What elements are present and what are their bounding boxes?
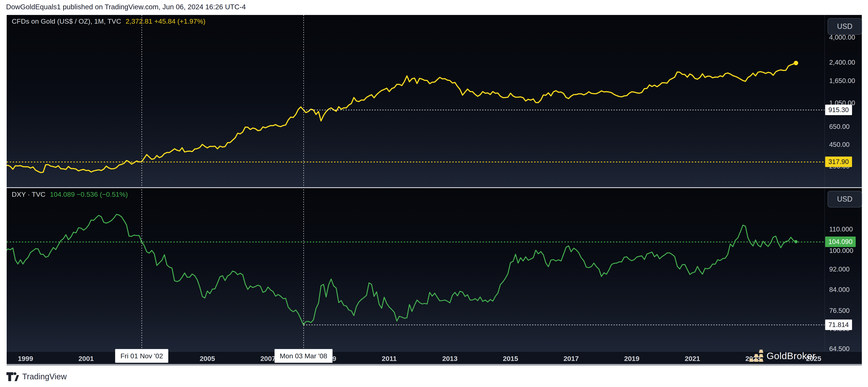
dxy-line-chart	[7, 188, 825, 351]
crosshair-vline	[303, 15, 304, 349]
dxy-legend[interactable]: DXY · TVC104.089 −0.536 (−0.51%)	[12, 191, 128, 198]
goldbroker-watermark: GoldBroker	[749, 349, 816, 362]
year-label-2015: 2015	[503, 355, 518, 362]
gold-legend-values: 2,372.81 +45.84 (+1.97%)	[126, 18, 206, 25]
tradingview-footer-logo[interactable]: TradingView	[6, 372, 67, 381]
dxy-price-line-green	[7, 241, 825, 243]
dxy-price-label: 104.090	[825, 236, 856, 247]
dxy-price-line-white	[304, 325, 825, 325]
tradingview-text: TradingView	[22, 372, 67, 381]
gold-panel: CFDs on Gold (US$ / OZ), 1M, TVC2,372.81…	[7, 15, 862, 187]
gold-tick: 650.00	[829, 123, 849, 130]
dxy-tick: 76.500	[829, 307, 849, 315]
year-label-2001: 2001	[79, 355, 94, 362]
year-label-2013: 2013	[442, 355, 458, 362]
attribution-text: DowGoldEquals1 published on TradingView.…	[6, 3, 246, 11]
dxy-price-label: 71.814	[825, 320, 852, 330]
gold-legend[interactable]: CFDs on Gold (US$ / OZ), 1M, TVC2,372.81…	[12, 18, 206, 25]
gold-symbol-label[interactable]: CFDs on Gold (US$ / OZ), 1M, TVC	[12, 18, 121, 25]
chart-widget: CFDs on Gold (US$ / OZ), 1M, TVC2,372.81…	[7, 15, 862, 365]
goldbroker-text: GoldBroker	[767, 350, 816, 361]
scrollbar-strip[interactable]	[7, 364, 862, 365]
dxy-symbol-label[interactable]: DXY · TVC	[12, 191, 45, 198]
year-label-2017: 2017	[563, 355, 579, 362]
gold-bars-icon	[749, 349, 764, 362]
dxy-legend-values: 104.089 −0.536 (−0.51%)	[50, 191, 128, 198]
gold-price-line-yellow	[7, 162, 825, 162]
year-label-2021: 2021	[685, 355, 700, 362]
gold-price-label: 915.30	[825, 105, 852, 115]
dxy-panel: DXY · TVC104.089 −0.536 (−0.51%) USD 110…	[7, 188, 862, 351]
crosshair-date-label: Fri 01 Nov '02	[115, 349, 168, 363]
dxy-tick: 100.000	[829, 247, 853, 255]
dxy-plot-area[interactable]	[7, 188, 825, 351]
panel-separator[interactable]	[7, 187, 862, 188]
gold-price-axis[interactable]: USD 4,000.002,400.001,650.001,050.00650.…	[825, 15, 862, 187]
tradingview-icon	[6, 372, 19, 381]
crosshair-vline	[142, 15, 142, 349]
year-label-2019: 2019	[624, 355, 640, 362]
dxy-tick: 92.000	[829, 265, 849, 273]
page: { "attribution": "DowGoldEquals1 publish…	[0, 0, 868, 387]
gold-tick: 1,650.00	[829, 77, 855, 85]
gold-currency-button[interactable]: USD	[828, 18, 862, 35]
gold-price-line-white	[304, 110, 825, 110]
gold-tick: 2,400.00	[829, 59, 855, 66]
gold-price-label: 317.90	[825, 157, 852, 167]
crosshair-date-label: Mon 03 Mar '08	[274, 349, 333, 363]
dxy-tick: 84.000	[829, 286, 849, 293]
year-label-1999: 1999	[18, 355, 33, 362]
dxy-price-axis[interactable]: USD 110.000100.00092.00084.00076.50070.5…	[825, 188, 862, 351]
dxy-currency-button[interactable]: USD	[828, 191, 862, 207]
year-label-2005: 2005	[200, 355, 215, 362]
year-label-2007: 2007	[260, 355, 276, 362]
gold-tick: 450.00	[829, 141, 849, 149]
dxy-tick: 110.000	[829, 225, 853, 233]
year-label-2011: 2011	[382, 355, 397, 362]
gold-tick: 4,000.00	[829, 34, 855, 41]
